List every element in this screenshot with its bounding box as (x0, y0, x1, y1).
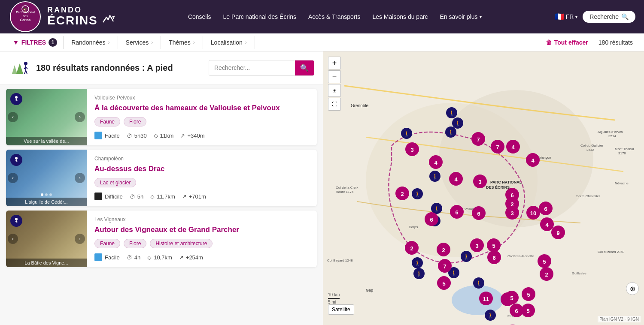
svg-text:4: 4 (531, 157, 535, 164)
dot-1 (41, 193, 43, 196)
svg-text:7: 7 (477, 136, 480, 143)
satellite-toggle-button[interactable]: Satellite (328, 304, 354, 315)
chevron-right-icon-localisation: › (245, 39, 247, 45)
svg-text:Col d'Izoard 2360: Col d'Izoard 2360 (598, 250, 625, 254)
card-3-image-label: La Bâtie des Vigne... (6, 259, 87, 267)
svg-point-14 (15, 96, 18, 99)
svg-text:Névache: Névache (615, 181, 629, 185)
card-2-title[interactable]: Au-dessus des Drac (94, 164, 309, 174)
filter-bar: ▼ FILTRES 1 Randonnées › Services › Thèm… (0, 33, 644, 51)
svg-text:4: 4 (434, 159, 437, 166)
card-3-title[interactable]: Autour des Vigneaux et de Grand Parcher (94, 225, 309, 235)
svg-text:🚶: 🚶 (476, 280, 482, 286)
tag-flore-3[interactable]: Flore (124, 239, 146, 248)
filter-services[interactable]: Services › (118, 33, 161, 51)
results-header: 180 résultats randonnées : A pied 🔍 (0, 51, 323, 84)
logo-ecrins-text: ÉCRINS (47, 14, 115, 27)
lang-selector[interactable]: 🇫🇷 FR ▾ (555, 12, 578, 21)
elevation-icon-2: ↗ (182, 193, 187, 200)
difficulty-color-3 (94, 253, 102, 261)
svg-text:🦅: 🦅 (23, 6, 28, 12)
logo-rando-ecrins[interactable]: RANDO ÉCRINS (47, 6, 115, 27)
card-3-prev-button[interactable]: ‹ (8, 234, 18, 244)
svg-text:3178: 3178 (618, 151, 626, 155)
card-3-next-button[interactable]: › (75, 234, 85, 244)
card-2-prev-button[interactable]: ‹ (8, 173, 18, 183)
svg-point-18 (15, 157, 18, 159)
card-3-difficulty: Facile (94, 253, 120, 261)
card-3-image: La Bâtie des Vigne... ‹ › (6, 211, 87, 267)
card-2-pin (10, 154, 22, 166)
tag-flore-1[interactable]: Flore (124, 117, 146, 126)
map-panel[interactable]: Grenoble Col de la Croix Haute 1176 Corp… (323, 51, 644, 325)
svg-text:Aiguilles d'Arves: Aiguilles d'Arves (598, 130, 623, 134)
card-1-difficulty: Facile (94, 132, 120, 139)
elevation-icon-3: ↗ (179, 254, 184, 261)
svg-text:3: 3 (410, 147, 413, 153)
clock-icon-1: ⏱ (127, 132, 132, 139)
reset-view-button[interactable]: ⊞ (328, 84, 341, 97)
card-1-next-button[interactable]: › (75, 112, 85, 122)
card-1-image-label: Vue sur la vallée de... (6, 137, 87, 145)
tag-lac[interactable]: Lac et glacier (94, 178, 136, 187)
card-1-prev-button[interactable]: ‹ (8, 112, 18, 122)
chevron-right-icon-themes: › (193, 39, 195, 45)
svg-text:5: 5 (527, 292, 530, 298)
search-button[interactable]: Recherche 🔍 (583, 11, 635, 23)
tag-faune-3[interactable]: Faune (94, 239, 120, 248)
header-logo-group: Parc national des Écrins 🦅 RANDO ÉCRINS (9, 0, 115, 33)
locate-button[interactable]: ⊕ (626, 282, 639, 295)
svg-text:4: 4 (454, 176, 458, 183)
svg-text:4: 4 (511, 144, 515, 150)
map-attribution: Plan IGN V2 · © IGN (598, 316, 641, 322)
svg-text:2: 2 (401, 191, 404, 197)
svg-text:PARC NATIONAL: PARC NATIONAL (490, 180, 522, 184)
svg-text:Serre Chevalier: Serre Chevalier (576, 194, 600, 198)
filter-randonnes[interactable]: Randonnées › (64, 33, 117, 51)
filter-localisation[interactable]: Localisation › (203, 33, 255, 51)
zoom-out-button[interactable]: − (328, 70, 341, 83)
nav-conseils[interactable]: Conseils (188, 13, 211, 20)
svg-text:10: 10 (530, 210, 536, 217)
nav-ensavoir[interactable]: En savoir plus ▾ (440, 13, 482, 20)
card-1-pin (10, 93, 22, 105)
card-2-region: Champoléon (94, 156, 309, 162)
elevation-icon-1: ↗ (180, 132, 185, 139)
card-2-image-label: L'aiguille de Cédér... (6, 198, 87, 206)
expand-button[interactable]: ⛶ (328, 98, 341, 111)
clear-filters-button[interactable]: 🗑 Tout effacer (540, 33, 594, 51)
zoom-in-button[interactable]: + (328, 57, 341, 69)
svg-text:2642: 2642 (586, 148, 594, 152)
svg-point-22 (15, 218, 18, 220)
card-1-title[interactable]: À la découverte des hameaux de Vallouise… (94, 103, 309, 113)
card-1: Vue sur la vallée de... ‹ › Vallouise-Pe… (6, 89, 317, 145)
svg-text:Mont Thabor: Mont Thabor (615, 147, 635, 151)
search-submit-button[interactable]: 🔍 (295, 60, 314, 75)
filters-toggle[interactable]: ▼ FILTRES 1 (7, 33, 63, 51)
tag-histoire-3[interactable]: Histoire et architecture (150, 239, 213, 248)
svg-text:9: 9 (556, 230, 559, 236)
clock-icon-3: ⏱ (127, 254, 132, 261)
card-1-elevation: ↗ +340m (180, 132, 204, 139)
nav-maisons[interactable]: Les Maisons du parc (372, 13, 428, 20)
card-3-meta: Facile ⏱ 4h ◇ 10,7km ↗ +254m (94, 253, 309, 261)
difficulty-color-1 (94, 132, 102, 139)
search-input[interactable] (209, 61, 295, 75)
chevron-down-icon-lang: ▾ (575, 15, 577, 19)
card-2-distance: ◇ 11,7km (150, 193, 175, 200)
svg-text:3: 3 (478, 179, 481, 185)
nav-parc[interactable]: Le Parc national des Écrins (223, 13, 296, 20)
card-3-pin (10, 215, 22, 227)
tag-faune-1[interactable]: Faune (94, 117, 120, 126)
logo-parc[interactable]: Parc national des Écrins 🦅 (9, 0, 42, 33)
locate-icon: ⊕ (630, 285, 635, 293)
clock-icon-2: ⏱ (130, 193, 135, 200)
card-2-duration: ⏱ 5h (130, 193, 143, 200)
card-2-next-button[interactable]: › (75, 173, 85, 183)
map-zoom-controls: + − ⊞ ⛶ (328, 57, 341, 111)
left-panel: 180 résultats randonnées : A pied 🔍 Vue … (0, 51, 323, 325)
nav-acces[interactable]: Accès & Transports (308, 13, 360, 20)
svg-text:5: 5 (492, 243, 495, 249)
card-3-duration: ⏱ 4h (127, 254, 140, 261)
filter-themes[interactable]: Thèmes › (161, 33, 203, 51)
